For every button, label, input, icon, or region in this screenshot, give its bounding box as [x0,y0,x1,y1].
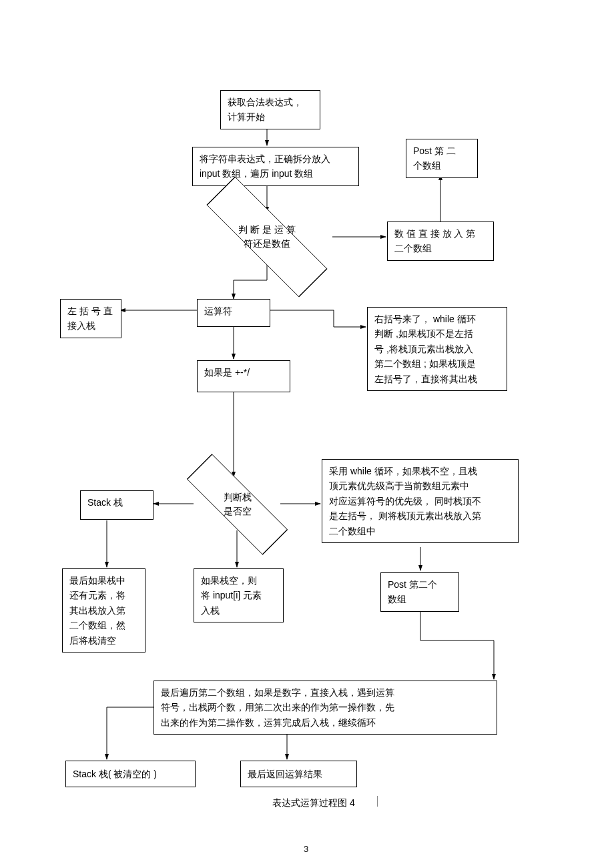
text: Stack 栈( 被清空的 ) [73,769,157,779]
arrows-layer [0,0,614,868]
node-whileloop: 采用 while 循环，如果栈不空，且栈顶元素优先级高于当前数组元素中对应运算符… [322,459,519,543]
node-cleared-stack: Stack 栈( 被清空的 ) [65,761,196,787]
text: 3 [304,844,308,854]
text: 左 括 号 直接入栈 [67,306,113,331]
node-decide-operator-or-value: 判 断 是 运 算符还是数值 [220,208,314,266]
text: 判断栈是否空 [224,490,252,518]
text: Post 第二个数组 [388,579,437,604]
text: 最后如果栈中还有元素，将其出栈放入第二个数组，然后将栈清空 [69,575,125,646]
text: 采用 while 循环，如果栈不空，且栈顶元素优先级高于当前数组元素中对应运算符… [329,466,481,536]
node-leftparen: 左 括 号 直接入栈 [60,299,121,338]
text: 最后返回运算结果 [248,769,322,779]
figure-caption: 表达式运算过程图 4 [240,797,387,809]
node-post-top: Post 第 二个数组 [406,139,478,178]
text: 将字符串表达式，正确拆分放入input 数组，遍历 input 数组 [200,153,330,179]
node-ifempty: 如果栈空，则将 input[i] 元素入栈 [194,568,284,622]
caption-divider [377,796,378,807]
node-post-mid: Post 第二个数组 [380,572,459,612]
node-remain: 最后如果栈中还有元素，将其出栈放入第二个数组，然后将栈清空 [62,568,145,653]
text: 最后遍历第二个数组，如果是数字，直接入栈，遇到运算符号，出栈两个数，用第二次出来… [161,687,394,728]
text: 如果是 +-*/ [204,367,250,378]
text: 右括号来了， while 循环判断 ,如果栈顶不是左括号 ,将栈顶元素出栈放入第… [374,314,477,384]
text: Post 第 二个数组 [413,145,456,171]
text: Stack 栈 [87,497,123,508]
node-result: 最后返回运算结果 [240,761,357,787]
text: 获取合法表达式，计算开始 [228,97,302,122]
flowchart-canvas: 获取合法表达式，计算开始 Post 第 二个数组 将字符串表达式，正确拆分放入i… [0,0,614,868]
node-stack: Stack 栈 [80,490,154,520]
node-start: 获取合法表达式，计算开始 [220,90,320,129]
node-split: 将字符串表达式，正确拆分放入input 数组，遍历 input 数组 [192,147,359,186]
node-numvalue: 数 值 直 接 放 入 第二个数组 [387,222,494,261]
text: 表达式运算过程图 4 [272,797,355,808]
node-decide-stack-empty: 判断栈是否空 [199,479,276,530]
node-traverse: 最后遍历第二个数组，如果是数字，直接入栈，遇到运算符号，出栈两个数，用第二次出来… [154,681,497,735]
text: 判 断 是 运 算符还是数值 [238,223,296,251]
text: 如果栈空，则将 input[i] 元素入栈 [201,575,262,616]
node-rightparen: 右括号来了， while 循环判断 ,如果栈顶不是左括号 ,将栈顶元素出栈放入第… [367,307,507,391]
text: 运算符 [204,306,232,316]
text: 数 值 直 接 放 入 第二个数组 [394,228,475,254]
node-pmmd: 如果是 +-*/ [197,360,290,392]
node-operator: 运算符 [197,299,270,327]
page-number: 3 [304,844,308,854]
